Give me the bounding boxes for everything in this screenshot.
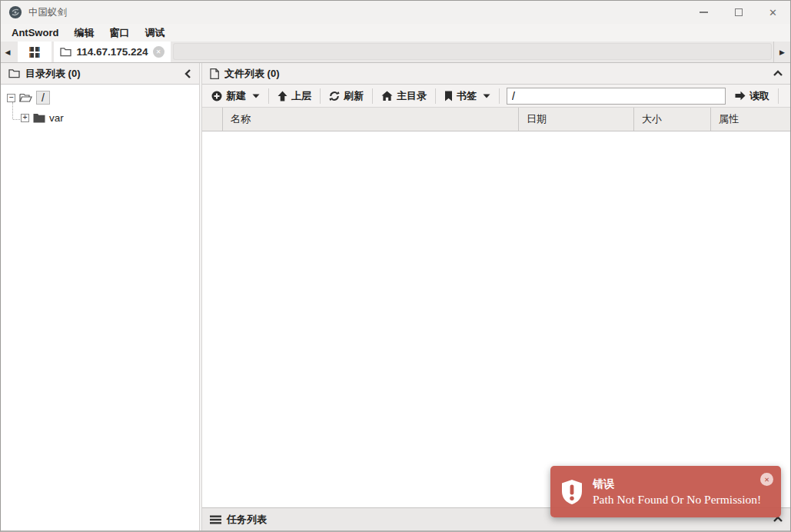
- file-icon: [210, 68, 219, 79]
- read-button-label: 读取: [749, 89, 769, 103]
- bookmark-button[interactable]: 书签: [441, 89, 494, 103]
- menu-bar: AntSword 编辑 窗口 调试: [1, 24, 790, 42]
- toolbar-separator: [268, 88, 269, 104]
- folder-icon: [8, 68, 20, 78]
- directory-panel-header: 目录列表 (0): [1, 63, 199, 85]
- column-date[interactable]: 日期: [519, 108, 634, 131]
- home-directory-button[interactable]: 主目录: [378, 89, 430, 103]
- arrow-right-icon: [735, 91, 746, 101]
- toolbar-separator: [499, 88, 500, 104]
- menu-antsword[interactable]: AntSword: [4, 27, 66, 38]
- close-icon: ✕: [769, 7, 777, 18]
- window-controls: ✕: [686, 1, 790, 24]
- read-button[interactable]: 读取: [732, 89, 773, 103]
- folder-icon: [33, 113, 45, 123]
- tree-node-label[interactable]: var: [49, 112, 64, 124]
- toolbar-separator: [778, 88, 779, 104]
- file-table-header: 名称 日期 大小 属性: [202, 108, 790, 131]
- directory-panel-title: 目录列表 (0): [25, 67, 81, 81]
- caret-down-icon: [483, 94, 490, 98]
- tab-label: 114.67.175.224: [76, 46, 148, 58]
- refresh-button-label: 刷新: [344, 89, 364, 103]
- toolbar-separator: [435, 88, 436, 104]
- file-toolbar: 新建 上层: [202, 85, 790, 108]
- tab-connection-list[interactable]: [18, 42, 52, 62]
- menu-debug[interactable]: 调试: [137, 26, 172, 40]
- tree-node-var[interactable]: + var: [21, 109, 193, 126]
- file-panel-header: 文件列表 (0): [202, 63, 790, 85]
- app-logo-icon: [8, 5, 22, 19]
- toast-close-icon[interactable]: ✕: [760, 473, 773, 486]
- plus-circle-icon: [211, 91, 222, 101]
- home-icon: [381, 91, 393, 101]
- home-button-label: 主目录: [397, 89, 427, 103]
- antsword-window: 中国蚁剑 ✕ AntSword 编辑 窗口 调试 ◀ 114.67.175.22…: [0, 0, 791, 532]
- refresh-icon: [329, 91, 340, 101]
- close-button[interactable]: ✕: [756, 1, 790, 24]
- tab-scroll-left-icon[interactable]: ◀: [1, 42, 15, 62]
- toast-title: 错误: [593, 477, 761, 491]
- expand-node-icon[interactable]: +: [21, 114, 29, 122]
- collapse-up-icon[interactable]: [773, 70, 783, 77]
- new-button-label: 新建: [226, 89, 246, 103]
- folder-open-icon: [19, 92, 32, 103]
- up-directory-button[interactable]: 上层: [274, 89, 314, 103]
- new-button[interactable]: 新建: [208, 89, 263, 103]
- up-button-label: 上层: [291, 89, 311, 103]
- column-select[interactable]: [202, 108, 223, 131]
- tree-node-label[interactable]: /: [36, 91, 50, 105]
- tab-shell-session[interactable]: 114.67.175.224 ✕: [54, 42, 171, 62]
- tab-bar: ◀ 114.67.175.224 ✕ ▶: [1, 42, 790, 63]
- bookmark-button-label: 书签: [457, 89, 477, 103]
- minimize-button[interactable]: [686, 1, 721, 24]
- column-name[interactable]: 名称: [223, 108, 519, 131]
- toast-message: Path Not Found Or No Permission!: [593, 493, 761, 507]
- directory-panel: 目录列表 (0) − /: [1, 63, 199, 530]
- window-title: 中国蚁剑: [28, 6, 67, 19]
- task-list-icon: [210, 515, 221, 524]
- title-bar: 中国蚁剑 ✕: [1, 1, 790, 24]
- maximize-button[interactable]: [721, 1, 756, 24]
- shield-alert-icon: [561, 479, 583, 505]
- column-attributes[interactable]: 属性: [711, 108, 790, 131]
- collapse-left-icon[interactable]: [184, 69, 191, 78]
- maximize-icon: [735, 8, 743, 16]
- menu-edit[interactable]: 编辑: [66, 26, 101, 40]
- task-list-title: 任务列表: [227, 513, 267, 527]
- refresh-button[interactable]: 刷新: [326, 89, 367, 103]
- tab-close-icon[interactable]: ✕: [153, 46, 165, 58]
- tree-node-root[interactable]: − /: [7, 89, 193, 106]
- error-toast: 错误 Path Not Found Or No Permission! ✕: [550, 466, 781, 517]
- caret-down-icon: [252, 94, 260, 98]
- toolbar-separator: [320, 88, 321, 104]
- arrow-up-icon: [278, 91, 287, 101]
- toast-content: 错误 Path Not Found Or No Permission!: [593, 477, 761, 507]
- path-input[interactable]: [507, 88, 726, 105]
- grid-icon: [29, 47, 40, 58]
- collapse-node-icon[interactable]: −: [7, 94, 15, 102]
- folder-icon: [60, 47, 71, 57]
- bookmark-icon: [444, 91, 453, 101]
- menu-window[interactable]: 窗口: [101, 26, 137, 40]
- main-area: 目录列表 (0) − /: [1, 63, 790, 530]
- tab-strip-empty: [173, 43, 772, 60]
- tab-scroll-right-icon[interactable]: ▶: [773, 42, 790, 62]
- toolbar-separator: [372, 88, 373, 104]
- file-panel-title: 文件列表 (0): [224, 67, 280, 81]
- minimize-icon: [700, 12, 708, 13]
- file-list-empty-area: [202, 131, 790, 507]
- column-size[interactable]: 大小: [634, 108, 711, 131]
- directory-tree: − / + var: [1, 85, 199, 530]
- file-panel: 文件列表 (0) 新建: [202, 63, 790, 530]
